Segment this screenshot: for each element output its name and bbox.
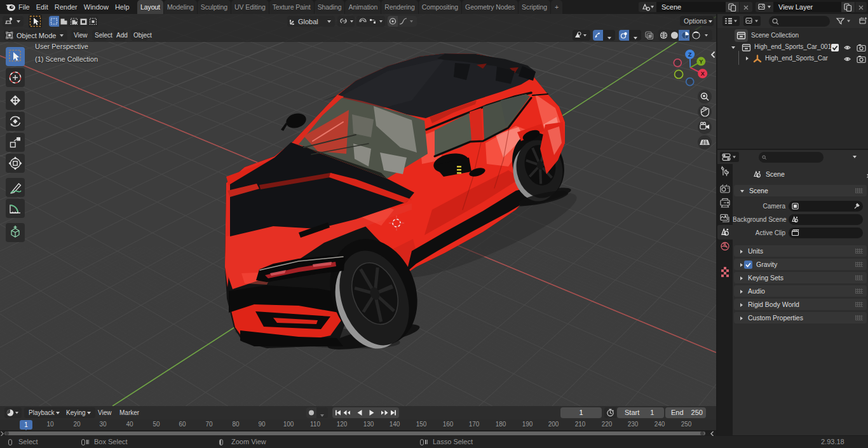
svg-text:Z: Z	[688, 51, 692, 58]
svg-text:Global: Global	[298, 18, 318, 25]
svg-text:Object Mode: Object Mode	[17, 32, 56, 39]
svg-text:Y: Y	[699, 58, 703, 65]
svg-text:X: X	[701, 71, 705, 77]
